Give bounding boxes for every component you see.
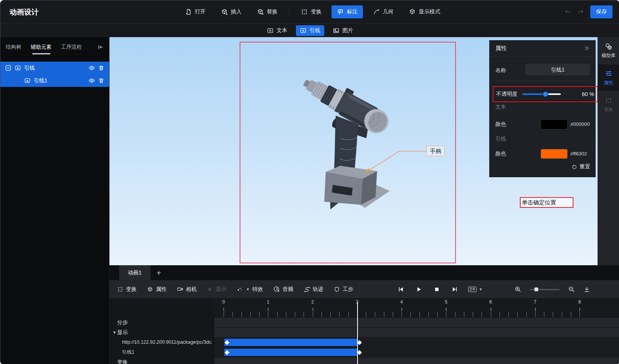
leader-annotation-label[interactable]: 手柄 <box>426 146 445 156</box>
timeline-body: 012345678 分步 ▼ 显示 http://10.122.92.200:9… <box>109 298 619 364</box>
transform-button[interactable]: 变换 <box>296 5 327 18</box>
timeline-row-steps[interactable]: 分步 <box>109 318 619 327</box>
app-title: 动画设计 <box>10 7 39 17</box>
rail-label: 属性 <box>604 80 613 86</box>
timeline-ruler[interactable]: 012345678 <box>213 299 619 318</box>
divider <box>495 81 590 81</box>
opacity-slider-thumb[interactable] <box>543 92 548 97</box>
redo-icon[interactable] <box>577 8 584 15</box>
row-track[interactable] <box>213 357 619 364</box>
row-label: 引线1 <box>122 348 134 357</box>
tl-audio-button[interactable]: 音频 <box>273 286 293 293</box>
keyframe-diamond[interactable] <box>225 340 230 345</box>
tab-process-flow[interactable]: 工序流程 <box>61 41 82 53</box>
display-mode-button[interactable]: 显示模式 <box>403 5 446 18</box>
tl-trajectory-button[interactable]: 轨迹 <box>304 286 323 293</box>
ruler-label: 6 <box>489 299 492 305</box>
timeline-zoom-slider[interactable] <box>530 287 560 292</box>
text-color-swatch[interactable] <box>541 119 568 129</box>
undo-icon[interactable] <box>564 8 571 15</box>
export-download-icon[interactable] <box>583 286 590 293</box>
playback-speed-button[interactable]: 正常 ▼ <box>468 287 482 292</box>
delete-trash-icon[interactable] <box>98 65 105 71</box>
tree-item-label: 引线 <box>24 65 35 72</box>
transform-label: 变换 <box>311 8 322 15</box>
row-label: 分步 <box>117 318 128 327</box>
tree-item-leader-1[interactable]: A 引线1 <box>0 74 109 87</box>
timeline-row-leader-1[interactable]: 引线1 <box>109 348 619 357</box>
keyframe-bar[interactable] <box>224 339 358 346</box>
zoom-out-icon[interactable] <box>568 286 575 293</box>
opacity-row-highlight: 不透明度 60 % <box>493 86 598 102</box>
tl-transform-button[interactable]: 变换 <box>117 286 137 293</box>
keyframe-diamond[interactable] <box>225 350 230 355</box>
timeline-rows: 分步 ▼ 显示 http://10.122.92.200:9011/packag… <box>109 318 619 364</box>
collapse-panel-icon[interactable] <box>97 44 104 51</box>
tl-properties-button[interactable]: 属性 <box>147 286 167 293</box>
text-color-label: 颜色 <box>495 121 506 128</box>
row-track[interactable] <box>213 328 619 337</box>
animation-tab[interactable]: 动画1 <box>119 265 150 280</box>
tl-camera-button[interactable]: 相机 <box>177 286 197 293</box>
play-icon[interactable] <box>415 286 422 293</box>
geometry-button[interactable]: 几何 <box>367 5 399 18</box>
open-button[interactable]: 打开 <box>180 5 211 18</box>
save-button[interactable]: 保存 <box>590 5 612 18</box>
leader-color-label: 颜色 <box>495 150 506 157</box>
tl-display-button[interactable]: 显示 <box>207 286 227 293</box>
rail-item-model-library[interactable]: 模型库 <box>598 37 619 64</box>
row-track[interactable] <box>213 348 619 357</box>
top-bar-right: 保存 <box>564 0 612 23</box>
tree-item-leader-group[interactable]: A 引线 <box>0 62 109 74</box>
visibility-eye-icon[interactable] <box>88 65 95 71</box>
leader-annotation-button[interactable]: A 引线 <box>296 25 324 36</box>
tl-camera-label: 相机 <box>186 286 197 293</box>
stop-icon[interactable] <box>433 286 440 293</box>
timeline-row-display-group[interactable]: ▼ 显示 <box>109 328 619 337</box>
text-annotation-button[interactable]: A 文本 <box>263 25 291 36</box>
collapse-chevrons-icon[interactable] <box>583 45 590 52</box>
name-label: 名称 <box>495 67 506 74</box>
tab-structure-tree[interactable]: 结构树 <box>6 41 21 53</box>
row-label: 显示 <box>117 328 128 337</box>
timeline-row-transform[interactable]: 变换 <box>109 357 619 364</box>
rail-item-transform[interactable]: 变换 <box>598 91 619 118</box>
tl-effects-button[interactable]: ▼ 特效 <box>237 286 263 293</box>
opacity-slider[interactable] <box>523 91 561 97</box>
leader-color-swatch[interactable] <box>541 149 568 159</box>
reset-button[interactable]: 重置 <box>572 163 590 170</box>
chevron-box-icon[interactable] <box>5 65 11 71</box>
trajectory-path-icon <box>304 286 310 292</box>
rail-item-properties[interactable]: 属性 <box>598 64 619 91</box>
annotate-button[interactable]: 标注 <box>332 5 363 18</box>
display-mode-label: 显示模式 <box>419 8 440 15</box>
rail-label: 变换 <box>604 106 613 113</box>
speaker-icon <box>207 286 213 292</box>
add-animation-tab-button[interactable]: + <box>150 265 167 280</box>
text-annotation-label: 文本 <box>277 27 287 34</box>
replace-button[interactable]: 替换 <box>252 5 283 18</box>
step-backward-icon[interactable] <box>397 286 404 293</box>
visibility-eye-icon[interactable] <box>88 77 95 84</box>
insert-button[interactable]: 插入 <box>216 5 247 18</box>
display-mode-cube-icon <box>409 8 416 15</box>
tab-auxiliary-elements[interactable]: 辅助元素 <box>31 41 52 53</box>
name-input[interactable]: 引线1 <box>525 64 590 75</box>
row-track[interactable] <box>213 318 619 327</box>
properties-header: 属性 <box>489 40 596 57</box>
zoom-in-icon[interactable] <box>514 286 521 293</box>
delete-trash-icon[interactable] <box>98 77 105 84</box>
timeline-row-package[interactable]: http://10.122.92.200:9011/package/pc/3dc… <box>109 338 619 347</box>
leader-frame-icon: A <box>300 27 307 34</box>
keyframe-bar[interactable] <box>224 349 358 356</box>
zoom-slider-thumb[interactable] <box>534 287 538 291</box>
row-track[interactable] <box>213 338 619 347</box>
caret-down-icon[interactable]: ▼ <box>113 328 116 337</box>
tl-step-button[interactable]: 工步 <box>334 286 353 293</box>
step-forward-icon[interactable] <box>451 286 458 293</box>
playhead[interactable] <box>357 302 358 364</box>
image-annotation-button[interactable]: 图片 <box>329 25 357 36</box>
speed-badge: 正常 <box>468 287 477 292</box>
ruler-label: 5 <box>445 299 448 305</box>
timeline-toolbar: 变换 属性 相机 显示 <box>109 280 619 298</box>
